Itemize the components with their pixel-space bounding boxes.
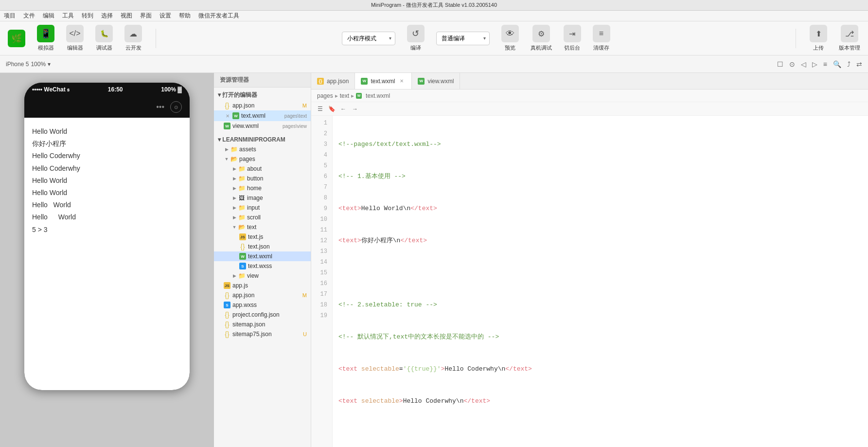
project-header[interactable]: ▾ LEARNMINIPROGRAM — [214, 135, 311, 144]
view-folder[interactable]: ▶ 📁 view — [214, 271, 311, 281]
clear-cache-label: 清缓存 — [593, 44, 609, 52]
app-js-file[interactable]: JS app.js — [214, 281, 311, 290]
list-icon[interactable]: ≡ — [823, 60, 827, 68]
content-line-7: Hello World — [32, 199, 182, 211]
menu-project[interactable]: 项目 — [4, 12, 16, 20]
app-wxss-file[interactable]: S app.wxss — [214, 300, 311, 310]
compile-select[interactable]: 普通编译 — [436, 32, 490, 45]
code-content[interactable]: <!--pages/text/text.wxml--> <!-- 1.基本使用 … — [333, 116, 868, 447]
menu-wechat-tools[interactable]: 微信开发者工具 — [198, 12, 239, 20]
device-selector[interactable]: iPhone 5 100% ▾ — [6, 61, 51, 68]
menu-goto[interactable]: 转到 — [82, 12, 93, 20]
tab-bar: {} app.json W text.wxml ✕ W view.wxml — [311, 73, 868, 89]
menu-icon[interactable]: ☰ — [315, 104, 325, 114]
phone-menu-button[interactable]: ⊙ — [170, 101, 182, 113]
line-num-19: 19 — [311, 310, 332, 321]
tab-close-text-wxml[interactable]: ✕ — [398, 77, 406, 85]
text-folder[interactable]: ▼ 📂 text — [214, 222, 311, 232]
toolbar-right: ⬆ 上传 ⎇ 版本管理 — [794, 25, 860, 52]
code-line-5 — [338, 268, 862, 278]
assets-folder-icon: 📁 — [230, 146, 237, 153]
rotate-icon[interactable]: ⊙ — [789, 60, 795, 68]
assets-folder[interactable]: ▶ 📁 assets — [214, 144, 311, 154]
code-line-6: <!-- 2.seletable: true --> — [338, 300, 862, 310]
content-line-5: Hello World — [32, 175, 182, 187]
line-num-7: 7 — [311, 182, 332, 193]
preview-label: 预览 — [505, 44, 515, 52]
mode-select[interactable]: 小程序模式 — [342, 32, 395, 45]
menu-select[interactable]: 选择 — [101, 12, 113, 20]
phone-dots[interactable]: ••• — [156, 103, 164, 111]
close-text-wxml-icon[interactable]: ✕ — [224, 112, 231, 120]
menu-interface[interactable]: 界面 — [140, 12, 152, 20]
image-folder[interactable]: ▶ 🖼 image — [214, 193, 311, 203]
home-folder[interactable]: ▶ 📁 home — [214, 183, 311, 193]
phone-outline-icon[interactable]: ☐ — [777, 60, 783, 68]
menu-file[interactable]: 文件 — [23, 12, 35, 20]
line-num-5: 5 — [311, 161, 332, 171]
text-js-file[interactable]: JS text.js — [214, 232, 311, 242]
breadcrumb-item-3[interactable]: text.wxml — [366, 92, 390, 99]
app-json-root-badge: M — [302, 292, 307, 298]
version-mgmt-button[interactable]: ⎇ 版本管理 — [839, 25, 860, 52]
tab-text-wxml[interactable]: W text.wxml ✕ — [355, 73, 412, 89]
translate-icon[interactable]: ⇄ — [856, 60, 862, 68]
preview-button[interactable]: 👁 预览 — [501, 25, 519, 52]
sitemap75-file[interactable]: {} sitemap75.json U — [214, 329, 311, 339]
menu-view[interactable]: 视图 — [121, 12, 132, 20]
editor-button[interactable]: </> 编辑器 — [66, 25, 84, 52]
menu-help[interactable]: 帮助 — [179, 12, 191, 20]
cursor-icon[interactable]: ⤴ — [847, 60, 850, 68]
open-editor-view-wxml[interactable]: W view.wxml pages\view — [214, 121, 311, 131]
tab-view-wxml[interactable]: W view.wxml — [412, 73, 460, 89]
back-icon[interactable]: ◁ — [801, 60, 806, 68]
breadcrumb-item-2[interactable]: text — [340, 92, 349, 99]
code-line-4: <text>你好小程序\n</text> — [338, 235, 862, 246]
scroll-folder[interactable]: ▶ 📁 scroll — [214, 213, 311, 222]
back-nav-icon[interactable]: ← — [338, 104, 348, 114]
open-editors-header[interactable]: ▾ 打开的编辑器 — [214, 89, 311, 101]
sitemap75-label: sitemap75.json — [232, 331, 301, 338]
text-json-file[interactable]: {} text.json — [214, 242, 311, 251]
simulator-button[interactable]: 📱 模拟器 — [37, 25, 54, 52]
version-mgmt-icon: ⎇ — [841, 25, 858, 42]
compile-button[interactable]: ↺ 编译 — [407, 25, 425, 52]
project-config-file[interactable]: {} project.config.json — [214, 310, 311, 320]
button-folder[interactable]: ▶ 📁 button — [214, 174, 311, 183]
code-editor[interactable]: 1 2 3 4 5 6 7 8 9 10 11 12 13 14 15 16 1… — [311, 116, 868, 447]
code-line-10 — [338, 428, 862, 439]
about-label: about — [247, 165, 307, 172]
sitemap75-icon: {} — [224, 331, 230, 338]
open-editor-app-json[interactable]: {} app.json M — [214, 101, 311, 110]
clear-cache-button[interactable]: ≡ 清缓存 — [593, 25, 610, 52]
input-folder[interactable]: ▶ 📁 input — [214, 203, 311, 213]
tab-app-json[interactable]: {} app.json — [311, 73, 355, 89]
forward-icon[interactable]: ▷ — [812, 60, 817, 68]
menu-edit[interactable]: 编辑 — [43, 12, 54, 20]
sitemap-file[interactable]: {} sitemap.json — [214, 320, 311, 329]
menu-tools[interactable]: 工具 — [62, 12, 74, 20]
forward-nav-icon[interactable]: → — [350, 104, 360, 114]
clear-cache-icon: ≡ — [593, 25, 610, 42]
cloud-dev-button[interactable]: ☁ 云开发 — [124, 25, 142, 52]
app-json-file[interactable]: {} app.json M — [214, 290, 311, 300]
line-num-12: 12 — [311, 235, 332, 246]
real-device-button[interactable]: ⚙ 真机调试 — [531, 25, 552, 52]
line-num-14: 14 — [311, 257, 332, 268]
upload-button[interactable]: ⬆ 上传 — [810, 25, 827, 52]
toolbar-center: 小程序模式 ▾ ↺ 编译 普通编译 ▾ 👁 预览 — [170, 25, 782, 52]
app-json-root-label: app.json — [232, 292, 301, 299]
about-folder[interactable]: ▶ 📁 about — [214, 164, 311, 174]
menu-settings[interactable]: 设置 — [159, 12, 171, 20]
breadcrumb-item-1[interactable]: pages — [317, 92, 333, 99]
project-label: ▾ LEARNMINIPROGRAM — [218, 136, 285, 143]
pages-folder[interactable]: ▼ 📂 pages — [214, 154, 311, 164]
cutoff-button[interactable]: ⇥ 切后台 — [564, 25, 581, 52]
open-editor-text-wxml[interactable]: ✕ W text.wxml pages\text — [214, 110, 311, 121]
search-icon[interactable]: 🔍 — [833, 60, 841, 68]
bookmark-icon[interactable]: 🔖 — [327, 104, 337, 114]
text-wxss-file[interactable]: S text.wxss — [214, 261, 311, 271]
debugger-button[interactable]: 🐛 调试器 — [95, 25, 113, 52]
text-wxml-file[interactable]: W text.wxml — [214, 251, 311, 261]
text-json-icon: {} — [239, 243, 246, 250]
